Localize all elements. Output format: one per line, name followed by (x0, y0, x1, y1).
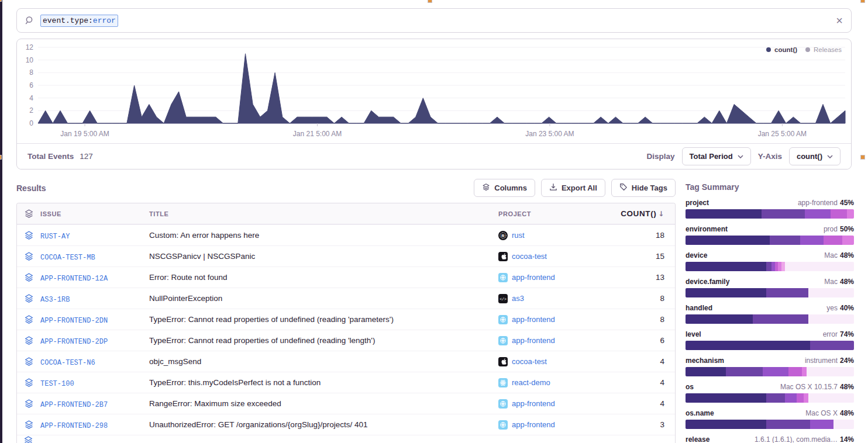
issue-link[interactable]: COCOA-TEST-MB (40, 254, 95, 262)
selection-handle-top-center[interactable] (428, 0, 432, 2)
tag-bar-segment (766, 262, 771, 271)
svg-text:R: R (501, 233, 505, 238)
tag-bar-segment (770, 236, 800, 245)
stack-icon (17, 357, 40, 366)
issue-link[interactable]: APP-FRONTEND-298 (40, 422, 108, 430)
tag-icon (619, 183, 628, 193)
project-cell: app-frontend (498, 273, 621, 282)
count-cell: 8 (621, 315, 675, 324)
search-bar[interactable]: event.type:error × (16, 8, 852, 33)
table-row[interactable]: APP-FRONTEND-2DP TypeError: Cannot read … (17, 330, 675, 351)
col-header-count[interactable]: COUNT() ↓ (621, 209, 675, 218)
col-header-issue[interactable]: ISSUE (40, 210, 149, 217)
table-row[interactable]: APP-FRONTEND-298 UnauthorizedError: GET … (17, 414, 675, 435)
tag-bar-segment (805, 209, 830, 219)
tag-name: handled (686, 304, 712, 312)
selection-handle-top-left[interactable] (0, 0, 1, 1)
issue-link[interactable]: APP-FRONTEND-2DP (40, 338, 108, 346)
issue-cell: COCOA-TEST-MB (40, 251, 149, 262)
issue-link[interactable]: AS3-1RB (40, 296, 70, 304)
stack-icon (17, 251, 40, 261)
tag-top-percent: 14% (840, 435, 854, 443)
search-query-token[interactable]: event.type:error (40, 15, 118, 27)
tag-top-percent: 24% (840, 357, 854, 365)
table-row[interactable]: COCOA-TEST-N6 objc_msgSend cocoa-test 4 (17, 351, 675, 372)
y-axis-label: Y-Axis (758, 152, 782, 161)
project-link[interactable]: app-frontend (512, 399, 555, 408)
display-dropdown[interactable]: Total Period (682, 147, 751, 165)
project-link[interactable]: cocoa-test (512, 252, 547, 261)
tag-bar-segment (785, 393, 797, 403)
col-header-title[interactable]: TITLE (149, 210, 498, 217)
y-axis-dropdown[interactable]: count() (789, 147, 841, 165)
table-row[interactable]: TEST-100 TypeError: this.myCodeIsPerfect… (17, 372, 675, 393)
issue-cell: AS3-1RB (40, 293, 149, 304)
selection-handle-mid-right[interactable] (861, 155, 864, 159)
tag-distribution-bar[interactable] (686, 393, 854, 403)
project-link[interactable]: app-frontend (512, 315, 555, 324)
project-cell: </> as3 (498, 294, 621, 303)
project-link[interactable]: app-frontend (512, 336, 555, 345)
project-cell: app-frontend (498, 420, 621, 430)
col-header-project[interactable]: PROJECT (498, 210, 621, 217)
tag-bar-remainder (807, 367, 854, 376)
project-cell: cocoa-test (498, 357, 621, 366)
svg-text:8: 8 (29, 68, 33, 77)
tag-top-percent: 40% (840, 304, 854, 312)
tag-distribution-bar[interactable] (686, 367, 854, 376)
tag-bar-segment (686, 420, 766, 429)
project-link[interactable]: cocoa-test (512, 357, 547, 366)
tag-distribution-bar[interactable] (686, 236, 854, 245)
issue-link[interactable]: APP-FRONTEND-12A (40, 275, 108, 283)
table-row[interactable]: APP-FRONTEND-2DN TypeError: Cannot read … (17, 309, 675, 330)
tag-top-value: prod (824, 225, 838, 233)
tag-summary-item: device Mac 48% (686, 251, 854, 271)
events-area-chart[interactable]: 024681012Jan 19 5:00 AMJan 21 5:00 AMJan… (17, 40, 851, 143)
tag-bar-segment (802, 367, 807, 376)
display-dropdown-value: Total Period (690, 152, 733, 161)
legend-item-releases[interactable]: Releases (805, 46, 842, 53)
tag-top-value: yes (826, 304, 838, 312)
project-link[interactable]: app-frontend (512, 273, 555, 282)
app-frontend-icon (498, 420, 508, 430)
table-row[interactable]: COCOA-TEST-MB NSCGSPanicv | NSCGSPanic c… (17, 245, 675, 267)
tag-bar-segment (831, 209, 848, 219)
tag-top-value: Mac (824, 251, 838, 259)
project-link[interactable]: as3 (512, 294, 524, 303)
project-link[interactable]: app-frontend (512, 420, 555, 429)
export-all-button[interactable]: Export All (541, 179, 605, 197)
table-row[interactable]: AS3-1RB NullPointerException </> as3 8 (17, 288, 675, 309)
tag-distribution-bar[interactable] (686, 420, 854, 429)
events-chart-panel: count() Releases 024681012Jan 19 5:00 AM… (16, 39, 852, 169)
project-cell: R rust (498, 231, 621, 240)
table-row-partial (17, 435, 675, 443)
svg-text:12: 12 (26, 43, 34, 51)
issue-link[interactable]: RUST-AY (40, 233, 70, 241)
columns-button[interactable]: Columns (474, 179, 535, 197)
tag-bar-segment (824, 236, 842, 245)
selection-handle-top-right[interactable] (861, 0, 864, 2)
table-row[interactable]: RUST-AY Custom: An error happens here R … (17, 224, 675, 245)
tag-bar-remainder (785, 262, 854, 271)
tag-distribution-bar[interactable] (686, 209, 854, 219)
tag-distribution-bar[interactable] (686, 314, 854, 324)
project-link[interactable]: react-demo (512, 378, 550, 387)
project-link[interactable]: rust (512, 231, 525, 240)
search-clear-icon[interactable]: × (836, 15, 843, 26)
table-row[interactable]: APP-FRONTEND-2B7 RangeError: Maximum siz… (17, 393, 675, 414)
legend-item-count[interactable]: count() (766, 46, 797, 53)
issue-link[interactable]: APP-FRONTEND-2B7 (40, 401, 108, 409)
table-row[interactable]: APP-FRONTEND-12A Error: Route not found … (17, 267, 675, 288)
tag-distribution-bar[interactable] (686, 262, 854, 271)
tag-distribution-bar[interactable] (686, 341, 854, 350)
tag-distribution-bar[interactable] (686, 288, 854, 297)
selection-handle-mid-left[interactable] (0, 155, 1, 159)
tag-bar-segment (766, 288, 808, 297)
app-frontend-icon (498, 315, 508, 324)
issue-link[interactable]: COCOA-TEST-N6 (40, 359, 95, 367)
tag-bar-segment (766, 420, 810, 429)
title-cell: TypeError: Cannot read properties of und… (149, 336, 498, 345)
issue-link[interactable]: TEST-100 (40, 380, 74, 388)
hide-tags-button[interactable]: Hide Tags (611, 179, 676, 197)
issue-link[interactable]: APP-FRONTEND-2DN (40, 317, 108, 325)
